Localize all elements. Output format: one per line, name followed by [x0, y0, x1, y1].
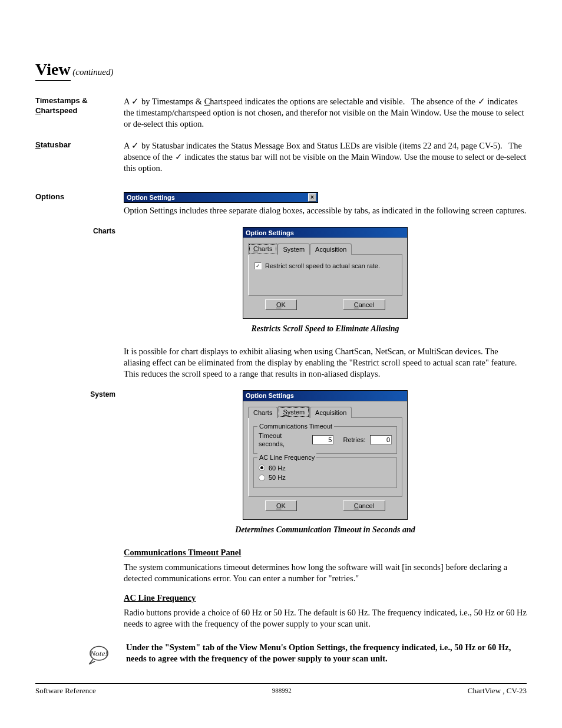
group-ac-line-title: AC Line Frequency	[257, 453, 316, 462]
dialog-system-title: Option Settings	[246, 391, 294, 400]
timeout-input[interactable]: 5	[312, 435, 334, 444]
cancel-button-2[interactable]: Cancel	[343, 500, 385, 511]
tab-acquisition[interactable]: Acquisition	[310, 243, 352, 255]
side-label-options: Options	[35, 192, 124, 222]
group-comm-timeout-title: Communications Timeout	[257, 422, 334, 430]
tab-acquisition-2[interactable]: Acquisition	[310, 407, 352, 418]
footer-right: ChartView , CV-23	[468, 686, 527, 696]
side-label-statusbar: Statusbar	[35, 140, 124, 180]
retries-label: Retries:	[343, 436, 365, 444]
dialog-charts: Option Settings Charts System Acquisitio…	[243, 227, 408, 319]
subhead-comm-timeout: Communications Timeout Panel	[124, 547, 527, 558]
tab-charts-2[interactable]: Charts	[248, 407, 277, 418]
note-text: Under the "System" tab of the View Menu'…	[126, 642, 527, 664]
ok-button[interactable]: OK	[265, 299, 297, 310]
side-label-timestamps: Timestamps &Chartspeed	[35, 96, 124, 136]
tab-charts[interactable]: Charts	[248, 243, 277, 255]
titlebar-text: Option Settings	[127, 193, 175, 202]
restrict-scroll-checkbox[interactable]: ✓	[254, 262, 262, 269]
svg-text:Note!: Note!	[90, 650, 108, 658]
tab-system[interactable]: System	[277, 243, 310, 255]
tab-row-charts: Charts System Acquisition	[248, 243, 402, 255]
retries-input[interactable]: 0	[370, 435, 392, 444]
restrict-scroll-label: Restrict scroll speed to actual scan rat…	[265, 262, 380, 270]
group-comm-timeout: Communications Timeout Timeout seconds, …	[253, 426, 397, 454]
page-footer: Software Reference 988992 ChartView , CV…	[35, 683, 527, 696]
subhead-ac-line: AC Line Frequency	[124, 592, 527, 604]
tab-row-system: Charts System Acquisition	[248, 406, 402, 418]
ok-button-2[interactable]: OK	[265, 500, 297, 511]
side-label-charts: Charts	[80, 227, 124, 341]
timestamps-text: A ✓ by Timestamps & Chartspeed indicates…	[124, 96, 527, 130]
note-icon: Note!	[82, 642, 115, 667]
group-ac-line: AC Line Frequency 60 Hz 50 Hz	[253, 457, 397, 489]
tab-system-2[interactable]: System	[277, 406, 310, 418]
charts-caption: Restricts Scroll Speed to Eliminate Alia…	[124, 324, 527, 334]
page-heading: View (continued)	[35, 59, 527, 82]
statusbar-text: A ✓ by Statusbar indicates the Status Me…	[124, 140, 527, 174]
options-intro: Option Settings includes three separate …	[124, 205, 527, 216]
close-icon[interactable]: ×	[308, 193, 316, 202]
footer-mid: 988992	[272, 686, 292, 696]
cancel-button[interactable]: Cancel	[343, 299, 385, 310]
page-title-text: View	[35, 60, 71, 78]
side-label-system: System	[80, 390, 124, 542]
radio-50hz[interactable]	[259, 475, 265, 481]
radio-50hz-label: 50 Hz	[269, 473, 286, 482]
para-comm-timeout: The system communications timeout determ…	[124, 562, 527, 584]
timeout-label: Timeout seconds,	[259, 431, 308, 449]
radio-60hz[interactable]	[259, 465, 265, 471]
footer-left: Software Reference	[35, 686, 96, 696]
dialog-system: Option Settings Charts System Acquisitio…	[243, 390, 408, 520]
option-settings-titlebar-strip: Option Settings ×	[124, 192, 318, 203]
para-ac-line: Radio buttons provide a choice of 60 Hz …	[124, 607, 527, 630]
system-caption: Determines Communication Timeout in Seco…	[124, 525, 527, 535]
radio-60hz-label: 60 Hz	[269, 464, 286, 472]
dialog-charts-title: Option Settings	[246, 229, 294, 237]
page-title-continued: (continued)	[72, 67, 113, 77]
charts-para: It is possible for chart displays to exh…	[124, 346, 527, 380]
